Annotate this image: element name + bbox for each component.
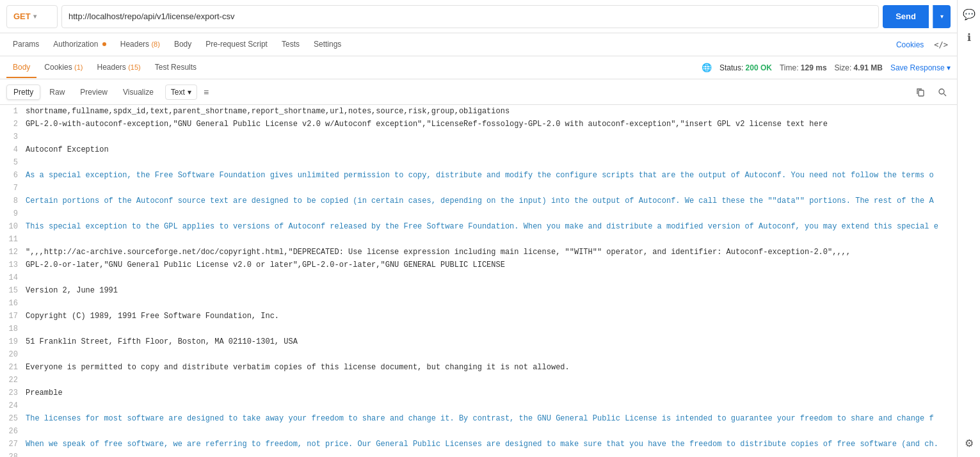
line-number: 11 xyxy=(0,233,26,246)
tab-body-label: Body xyxy=(174,40,191,49)
format-preview-button[interactable]: Preview xyxy=(74,85,114,99)
line-number: 6 xyxy=(0,169,26,182)
status-size: Size: 4.91 MB xyxy=(835,63,883,72)
tab-tests-label: Tests xyxy=(282,40,300,49)
line-number: 19 xyxy=(0,335,26,348)
cookies-link[interactable]: Cookies xyxy=(890,35,930,54)
svg-line-2 xyxy=(944,93,947,96)
code-line: 7 xyxy=(0,182,957,195)
time-value: 129 ms xyxy=(801,63,827,72)
code-line: 2GPL-2.0-with-autoconf-exception,"GNU Ge… xyxy=(0,118,957,131)
code-button[interactable]: </> xyxy=(931,35,951,54)
line-content: The licenses for most software are desig… xyxy=(26,412,957,425)
code-line: 23Preamble xyxy=(0,387,957,399)
tab-authorization-label: Authorization xyxy=(53,40,98,49)
line-content: Certain portions of the Autoconf source … xyxy=(26,195,957,207)
code-line: 16 xyxy=(0,297,957,310)
authorization-dot xyxy=(102,42,106,46)
settings-icon[interactable]: ⚙ xyxy=(960,434,978,452)
code-line: 11 xyxy=(0,233,957,246)
line-content: This special exception to the GPL applie… xyxy=(26,220,957,233)
toolbar-right xyxy=(912,84,951,100)
save-response-label: Save Response ▾ xyxy=(890,63,951,72)
text-type-dropdown[interactable]: Text ▾ xyxy=(165,84,197,100)
tab-body[interactable]: Body xyxy=(168,35,198,55)
code-line: 15Version 2, June 1991 xyxy=(0,284,957,297)
line-number: 22 xyxy=(0,374,26,387)
resp-tab-cookies[interactable]: Cookies (1) xyxy=(38,58,89,78)
code-line: 22 xyxy=(0,374,957,387)
tab-authorization[interactable]: Authorization xyxy=(47,35,112,55)
line-content: Preamble xyxy=(26,387,957,399)
line-number: 3 xyxy=(0,131,26,143)
line-number: 24 xyxy=(0,399,26,412)
tab-pre-request-label: Pre-request Script xyxy=(205,40,268,49)
code-line: 18 xyxy=(0,323,957,335)
text-type-label: Text xyxy=(171,88,185,97)
line-number: 5 xyxy=(0,156,26,169)
filter-icon[interactable]: ≡ xyxy=(204,87,209,97)
tab-settings[interactable]: Settings xyxy=(307,35,348,55)
send-button[interactable]: Send xyxy=(883,5,929,28)
chat-icon[interactable]: 💬 xyxy=(960,5,978,23)
resp-tab-body[interactable]: Body xyxy=(6,58,36,78)
line-number: 15 xyxy=(0,284,26,297)
code-line: 20 xyxy=(0,348,957,361)
tab-settings-label: Settings xyxy=(314,40,341,49)
resp-tab-test-results[interactable]: Test Results xyxy=(149,58,203,78)
line-number: 20 xyxy=(0,348,26,361)
line-content: shortname,fullname,spdx_id,text,parent_s… xyxy=(26,105,957,118)
method-chevron: ▾ xyxy=(33,13,36,20)
code-line: 3 xyxy=(0,131,957,143)
method-selector[interactable]: GET ▾ xyxy=(6,5,58,28)
code-line: 9 xyxy=(0,207,957,220)
status-time: Time: 129 ms xyxy=(780,63,827,72)
url-bar: GET ▾ Send ▾ xyxy=(0,0,957,33)
send-dropdown-button[interactable]: ▾ xyxy=(933,5,951,28)
line-number: 14 xyxy=(0,271,26,284)
format-visualize-button[interactable]: Visualize xyxy=(116,85,160,99)
code-line: 10This special exception to the GPL appl… xyxy=(0,220,957,233)
format-raw-button[interactable]: Raw xyxy=(43,85,71,99)
size-value: 4.91 MB xyxy=(854,63,883,72)
line-number: 13 xyxy=(0,259,26,271)
copy-icon xyxy=(916,88,925,97)
code-line: 4Autoconf Exception xyxy=(0,143,957,156)
headers-resp-badge: (15) xyxy=(128,63,141,71)
status-label: Status: 200 OK xyxy=(719,63,772,72)
info-icon[interactable]: ℹ xyxy=(960,28,978,46)
code-line: 6As a special exception, the Free Softwa… xyxy=(0,169,957,182)
code-line: 28 xyxy=(0,451,957,457)
code-line: 14 xyxy=(0,271,957,284)
line-content: Copyright (C) 1989, 1991 Free Software F… xyxy=(26,310,957,323)
line-content: As a special exception, the Free Softwar… xyxy=(26,169,957,182)
line-number: 7 xyxy=(0,182,26,195)
url-input[interactable] xyxy=(61,5,879,28)
code-line: 24 xyxy=(0,399,957,412)
line-number: 10 xyxy=(0,220,26,233)
line-content: GPL-2.0-or-later,"GNU General Public Lic… xyxy=(26,259,957,271)
status-ok: 200 OK xyxy=(746,63,772,72)
toolbar-row: Pretty Raw Preview Visualize Text ▾ ≡ xyxy=(0,79,957,105)
tab-pre-request[interactable]: Pre-request Script xyxy=(199,35,274,55)
svg-rect-0 xyxy=(919,90,924,96)
line-number: 23 xyxy=(0,387,26,399)
line-content: Version 2, June 1991 xyxy=(26,284,957,297)
line-number: 16 xyxy=(0,297,26,310)
resp-tab-headers[interactable]: Headers (15) xyxy=(91,58,147,78)
line-content: Everyone is permitted to copy and distri… xyxy=(26,361,957,374)
search-button[interactable] xyxy=(934,84,951,100)
line-number: 1 xyxy=(0,105,26,118)
search-icon xyxy=(938,88,947,97)
line-content: GPL-2.0-with-autoconf-exception,"GNU Gen… xyxy=(26,118,957,131)
code-line: 1951 Franklin Street, Fifth Floor, Bosto… xyxy=(0,335,957,348)
tab-headers-label: Headers (8) xyxy=(120,40,160,49)
line-content: ",,,http://ac-archive.sourceforge.net/do… xyxy=(26,246,957,259)
tab-params[interactable]: Params xyxy=(6,35,45,55)
tab-tests[interactable]: Tests xyxy=(275,35,306,55)
side-panel: 💬 ℹ ⚙ xyxy=(957,0,980,457)
format-pretty-button[interactable]: Pretty xyxy=(6,84,40,100)
save-response-button[interactable]: Save Response ▾ xyxy=(890,63,951,72)
copy-button[interactable] xyxy=(912,84,929,100)
tab-headers[interactable]: Headers (8) xyxy=(114,35,166,55)
